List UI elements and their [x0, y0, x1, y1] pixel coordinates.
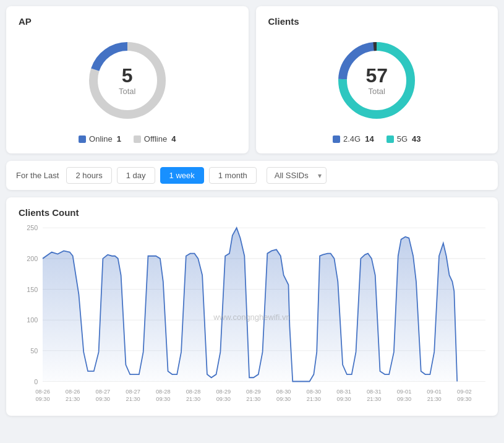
- ap-online-legend: Online 1: [79, 134, 121, 144]
- clients-5g-label: 5G: [397, 134, 408, 144]
- clients-total-label: Total: [365, 87, 388, 96]
- filter-2hours[interactable]: 2 hours: [66, 167, 111, 184]
- ap-offline-legend: Offline 4: [134, 134, 176, 144]
- svg-text:09-01: 09-01: [397, 388, 412, 395]
- ap-online-dot: [79, 135, 86, 143]
- ap-offline-count: 4: [171, 134, 176, 144]
- chart-card: Clients Count 250 200 150 100 50 0: [6, 197, 498, 416]
- clients-title: Clients: [268, 16, 486, 27]
- ap-online-label: Online: [89, 134, 113, 144]
- clients-legend: 2.4G 14 5G 43: [333, 134, 421, 144]
- ap-total-label: Total: [119, 87, 135, 96]
- chart-title: Clients Count: [19, 207, 485, 218]
- svg-text:08-31: 08-31: [336, 388, 351, 395]
- svg-text:21:30: 21:30: [307, 395, 321, 402]
- ssid-select[interactable]: All SSIDs: [267, 167, 327, 184]
- filter-label: For the Last: [16, 171, 59, 180]
- svg-text:08-29: 08-29: [216, 388, 231, 395]
- svg-text:21:30: 21:30: [246, 395, 260, 402]
- filter-bar: For the Last 2 hours 1 day 1 week 1 mont…: [6, 161, 498, 190]
- clients-24g-dot: [333, 135, 340, 143]
- svg-text:08-28: 08-28: [156, 388, 171, 395]
- x-axis: 08-2609:30 08-2621:30 08-2709:30 08-2721…: [35, 388, 472, 402]
- y-axis: 250 200 150 100 50 0: [27, 224, 38, 385]
- svg-text:09-01: 09-01: [427, 388, 442, 395]
- svg-text:09:30: 09:30: [35, 395, 49, 402]
- svg-text:21:30: 21:30: [367, 395, 381, 402]
- svg-text:21:30: 21:30: [427, 395, 442, 402]
- ap-donut-wrapper: 5 Total: [81, 34, 174, 127]
- svg-text:50: 50: [30, 347, 38, 355]
- svg-text:09:30: 09:30: [96, 395, 110, 402]
- ap-legend: Online 1 Offline 4: [79, 134, 176, 144]
- clients-5g-legend: 5G 43: [387, 134, 421, 144]
- clients-24g-label: 2.4G: [343, 134, 361, 144]
- svg-text:0: 0: [34, 377, 38, 385]
- ap-total-number: 5: [119, 66, 135, 85]
- svg-text:08-29: 08-29: [246, 388, 261, 395]
- clients-5g-count: 43: [412, 134, 421, 144]
- ap-card: AP 5 Total Online 1: [6, 6, 249, 153]
- ap-donut-center: 5 Total: [119, 66, 135, 96]
- svg-text:08-27: 08-27: [126, 388, 140, 395]
- filter-1day[interactable]: 1 day: [117, 167, 155, 184]
- svg-text:21:30: 21:30: [66, 395, 80, 402]
- filter-1week[interactable]: 1 week: [160, 167, 204, 184]
- ap-donut-section: 5 Total Online 1 Offline 4: [19, 34, 236, 144]
- svg-text:09:30: 09:30: [397, 395, 411, 402]
- svg-text:250: 250: [27, 224, 38, 231]
- svg-text:200: 200: [27, 255, 38, 262]
- clients-donut-wrapper: 57 Total: [330, 34, 423, 127]
- ssid-wrapper: All SSIDs: [262, 167, 327, 184]
- svg-text:100: 100: [27, 316, 38, 324]
- svg-text:08-30: 08-30: [276, 388, 291, 395]
- ap-title: AP: [19, 16, 236, 27]
- svg-text:09:30: 09:30: [457, 395, 471, 402]
- svg-text:09:30: 09:30: [156, 395, 170, 402]
- svg-text:08-28: 08-28: [186, 388, 201, 395]
- svg-text:08-26: 08-26: [66, 388, 80, 395]
- clients-5g-dot: [387, 135, 394, 143]
- clients-24g-legend: 2.4G 14: [333, 134, 374, 144]
- filter-1month[interactable]: 1 month: [209, 167, 257, 184]
- chart-fill: [43, 228, 485, 381]
- clients-total-number: 57: [365, 66, 388, 85]
- svg-text:09:30: 09:30: [336, 395, 351, 402]
- clients-donut-center: 57 Total: [365, 66, 388, 96]
- clients-24g-count: 14: [365, 134, 374, 144]
- svg-text:09:30: 09:30: [216, 395, 231, 402]
- svg-text:08-27: 08-27: [96, 388, 111, 395]
- svg-text:08-31: 08-31: [367, 388, 382, 395]
- svg-text:09-02: 09-02: [457, 388, 472, 395]
- svg-text:08-30: 08-30: [307, 388, 322, 395]
- svg-text:21:30: 21:30: [186, 395, 200, 402]
- chart-area: 250 200 150 100 50 0: [19, 224, 485, 410]
- ap-online-count: 1: [117, 134, 121, 144]
- clients-card: Clients 57 Total 2.4G: [256, 6, 498, 153]
- svg-text:21:30: 21:30: [126, 395, 140, 402]
- svg-text:08-26: 08-26: [35, 388, 50, 395]
- clients-donut-section: 57 Total 2.4G 14 5G 43: [268, 34, 486, 144]
- svg-text:150: 150: [27, 285, 38, 293]
- svg-text:09:30: 09:30: [276, 395, 291, 402]
- ap-offline-dot: [134, 135, 141, 143]
- ap-offline-label: Offline: [144, 134, 167, 144]
